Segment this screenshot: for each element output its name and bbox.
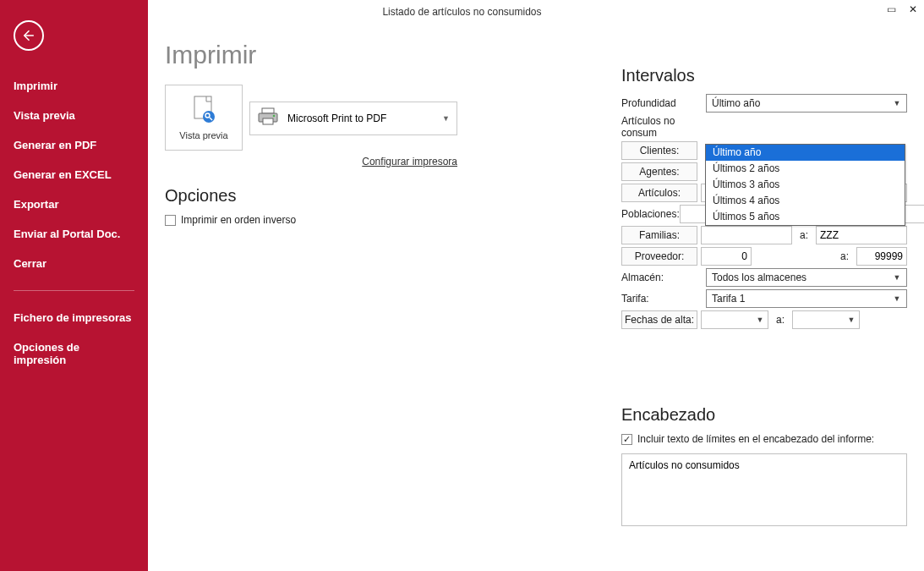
profundidad-selected: Último año: [712, 97, 760, 109]
sidebar-item-vista-previa[interactable]: Vista previa: [0, 101, 148, 130]
svg-point-8: [273, 115, 276, 118]
proveedor-from-input[interactable]: [701, 247, 752, 266]
configure-printer-link[interactable]: Configurar impresora: [249, 156, 457, 167]
chevron-down-icon: ▼: [442, 114, 450, 123]
proveedor-button[interactable]: Proveedor:: [621, 247, 697, 266]
tarifa-label: Tarifa:: [621, 293, 706, 305]
reverse-order-label: Imprimir en orden inverso: [181, 214, 296, 226]
chevron-down-icon: ▼: [890, 290, 904, 307]
encabezado-textarea[interactable]: [621, 453, 907, 526]
window-close-button[interactable]: ✕: [907, 3, 919, 15]
document-preview-icon: [190, 95, 217, 127]
fecha-to-input[interactable]: ▼: [792, 310, 860, 329]
sidebar-item-generar-pdf[interactable]: Generar en PDF: [0, 130, 148, 160]
familias-a-label: a:: [797, 229, 811, 241]
chevron-down-icon: ▼: [890, 95, 904, 112]
svg-rect-7: [263, 118, 273, 124]
almacen-select[interactable]: Todos los almacenes ▼: [706, 268, 907, 287]
incluir-checkbox[interactable]: ✓: [621, 434, 632, 445]
fechas-alta-button[interactable]: Fechas de alta:: [621, 310, 697, 329]
preview-button[interactable]: Vista previa: [165, 85, 243, 151]
profundidad-select[interactable]: Último año ▼: [706, 94, 907, 113]
content-area: Imprimir Vista previa: [148, 0, 924, 571]
window-restore-button[interactable]: ▭: [885, 3, 897, 15]
sidebar: Imprimir Vista previa Generar en PDF Gen…: [0, 0, 148, 571]
sidebar-item-opciones-impresion[interactable]: Opciones de impresión: [0, 332, 148, 375]
profundidad-label: Profundidad: [621, 97, 706, 109]
almacen-label: Almacén:: [621, 272, 706, 283]
printer-selector[interactable]: Microsoft Print to PDF ▼: [249, 102, 457, 135]
chevron-down-icon: ▼: [754, 311, 766, 328]
fechas-a-label: a:: [774, 314, 787, 326]
poblaciones-label: Poblaciones:: [621, 208, 680, 220]
profundidad-option-2[interactable]: Últimos 2 años: [706, 161, 905, 177]
proveedor-to-input[interactable]: [856, 247, 907, 266]
proveedor-a-label: a:: [838, 250, 851, 262]
sidebar-item-fichero-impresoras[interactable]: Fichero de impresoras: [0, 303, 148, 332]
preview-button-label: Vista previa: [179, 130, 227, 140]
almacen-selected: Todos los almacenes: [712, 272, 806, 283]
profundidad-option-5[interactable]: Últimos 5 años: [706, 209, 905, 225]
articulos-no-consum-label: Artículos no consum: [621, 115, 706, 139]
sidebar-separator: [14, 290, 134, 291]
chevron-down-icon: ▼: [845, 311, 857, 328]
window-title: Listado de artículos no consumidos: [382, 6, 541, 18]
chevron-down-icon: ▼: [890, 269, 904, 286]
profundidad-option-1[interactable]: Último año: [706, 145, 905, 161]
intervals-heading: Intervalos: [621, 66, 907, 85]
profundidad-option-4[interactable]: Últimos 4 años: [706, 193, 905, 209]
sidebar-item-generar-excel[interactable]: Generar en EXCEL: [0, 160, 148, 189]
printer-icon: [257, 107, 279, 129]
back-button[interactable]: [14, 20, 44, 51]
tarifa-select[interactable]: Tarifa 1 ▼: [706, 289, 907, 308]
svg-rect-5: [262, 108, 274, 113]
tarifa-selected: Tarifa 1: [712, 293, 745, 305]
sidebar-item-imprimir[interactable]: Imprimir: [0, 71, 148, 101]
profundidad-option-3[interactable]: Últimos 3 años: [706, 177, 905, 193]
clientes-button[interactable]: Clientes:: [621, 141, 697, 160]
printer-selected-label: Microsoft Print to PDF: [287, 113, 386, 124]
reverse-order-checkbox[interactable]: [165, 215, 176, 226]
encabezado-heading: Encabezado: [621, 405, 907, 425]
agentes-button[interactable]: Agentes:: [621, 162, 697, 181]
fecha-from-input[interactable]: ▼: [701, 310, 768, 329]
familias-from-input[interactable]: [701, 226, 792, 244]
familias-to-input[interactable]: [816, 226, 907, 244]
sidebar-item-exportar[interactable]: Exportar: [0, 189, 148, 219]
familias-button[interactable]: Familias:: [621, 226, 697, 244]
sidebar-item-cerrar[interactable]: Cerrar: [0, 249, 148, 278]
articulos-button[interactable]: Artículos:: [621, 184, 697, 202]
profundidad-dropdown-popup: Último año Últimos 2 años Últimos 3 años…: [705, 144, 905, 226]
back-arrow-icon: [21, 28, 36, 43]
incluir-label: Incluir texto de límites en el encabezad…: [637, 433, 874, 445]
sidebar-item-enviar-portal[interactable]: Enviar al Portal Doc.: [0, 219, 148, 249]
